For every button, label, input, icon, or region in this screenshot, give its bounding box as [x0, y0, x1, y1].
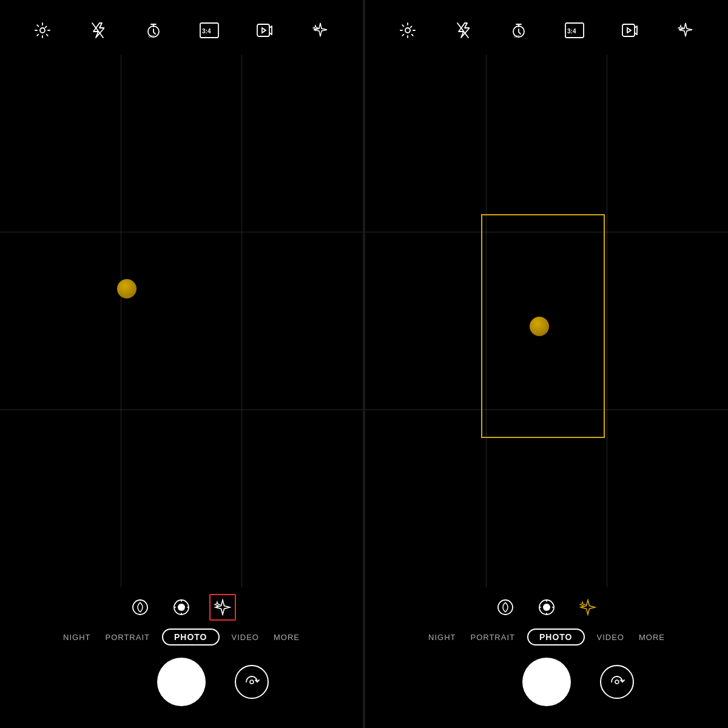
- left-camera-panel: OFF 3:4: [0, 0, 363, 728]
- tab-video[interactable]: VIDEO: [595, 632, 627, 643]
- bokeh-outline-icon[interactable]: [492, 594, 519, 621]
- tab-night[interactable]: NIGHT: [61, 632, 93, 643]
- right-viewfinder[interactable]: [365, 55, 728, 587]
- tab-more[interactable]: MORE: [271, 632, 302, 643]
- motion-icon[interactable]: [252, 18, 277, 42]
- svg-point-9: [178, 604, 185, 611]
- left-toolbar: OFF 3:4: [0, 0, 363, 55]
- flip-camera-button[interactable]: [235, 665, 269, 699]
- svg-point-20: [543, 604, 550, 611]
- right-mode-tabs: NIGHT PORTRAIT PHOTO VIDEO MORE: [365, 626, 728, 653]
- settings-icon[interactable]: [396, 18, 420, 42]
- left-shutter-row: [0, 653, 363, 716]
- focus-dot: [117, 279, 136, 298]
- bokeh-fill-icon[interactable]: [533, 594, 560, 621]
- shutter-button[interactable]: [522, 658, 571, 706]
- svg-point-7: [133, 600, 147, 615]
- grid-lines: [0, 55, 363, 587]
- svg-point-11: [405, 28, 410, 33]
- left-bottom-controls: NIGHT PORTRAIT PHOTO VIDEO MORE: [0, 587, 363, 728]
- tab-video[interactable]: VIDEO: [229, 632, 261, 643]
- left-viewfinder[interactable]: [0, 55, 363, 587]
- left-mode-icons-row: [0, 587, 363, 626]
- tab-photo[interactable]: PHOTO: [527, 629, 585, 645]
- svg-rect-6: [257, 24, 269, 36]
- timer-off-icon[interactable]: OFF: [507, 18, 531, 42]
- right-bottom-controls: NIGHT PORTRAIT PHOTO VIDEO MORE: [365, 587, 728, 728]
- tab-portrait[interactable]: PORTRAIT: [103, 632, 152, 643]
- motion-icon[interactable]: [618, 18, 642, 42]
- sparkle-active-icon[interactable]: [575, 594, 601, 621]
- tab-more[interactable]: MORE: [636, 632, 667, 643]
- flip-camera-button[interactable]: [600, 665, 634, 699]
- svg-rect-17: [622, 24, 635, 36]
- settings-icon[interactable]: [30, 18, 55, 42]
- flash-off-icon[interactable]: [86, 18, 110, 42]
- tab-night[interactable]: NIGHT: [426, 632, 458, 643]
- ratio-icon[interactable]: 3:4: [562, 18, 587, 42]
- svg-text:3:4: 3:4: [202, 28, 211, 35]
- svg-point-0: [40, 28, 45, 33]
- svg-text:OFF: OFF: [149, 35, 155, 38]
- svg-text:OFF: OFF: [514, 35, 520, 38]
- svg-point-10: [250, 680, 254, 684]
- sparkle-mode-icon[interactable]: [209, 594, 236, 621]
- tab-photo[interactable]: PHOTO: [162, 629, 220, 645]
- svg-point-21: [615, 680, 619, 684]
- ratio-icon[interactable]: 3:4: [197, 18, 221, 42]
- timer-off-icon[interactable]: OFF: [141, 18, 166, 42]
- svg-point-18: [498, 600, 513, 615]
- focus-dot: [530, 317, 549, 336]
- svg-text:3:4: 3:4: [567, 28, 576, 35]
- right-camera-panel: OFF 3:4: [365, 0, 728, 728]
- left-mode-tabs: NIGHT PORTRAIT PHOTO VIDEO MORE: [0, 626, 363, 653]
- right-toolbar: OFF 3:4: [365, 0, 728, 55]
- right-mode-icons-row: [365, 587, 728, 626]
- bokeh-fill-icon[interactable]: [168, 594, 195, 621]
- bokeh-outline-icon[interactable]: [127, 594, 153, 621]
- tab-portrait[interactable]: PORTRAIT: [468, 632, 517, 643]
- flash-off-icon[interactable]: [451, 18, 475, 42]
- shutter-button[interactable]: [157, 658, 206, 706]
- sparkle-icon[interactable]: [308, 18, 332, 42]
- right-shutter-row: [365, 653, 728, 716]
- sparkle-icon[interactable]: [673, 18, 698, 42]
